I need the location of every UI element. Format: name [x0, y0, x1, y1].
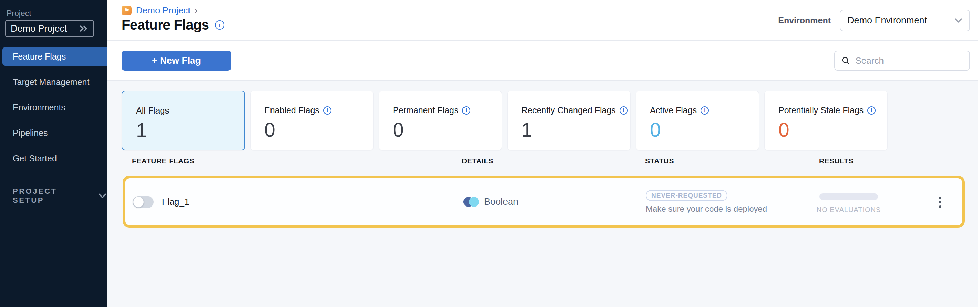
sidebar-divider — [13, 178, 92, 178]
environment-group: Environment Demo Environment — [778, 0, 970, 41]
new-flag-button[interactable]: + New Flag — [122, 51, 231, 71]
column-header-feature-flags: FEATURE FLAGS — [132, 157, 194, 165]
stat-label: Recently Changed Flags — [521, 105, 616, 115]
page-title-row: Feature Flags — [122, 17, 224, 33]
flag-status: NEVER-REQUESTED Make sure your code is d… — [646, 190, 767, 214]
column-header-results: RESULTS — [819, 157, 854, 165]
stat-card-active-flags[interactable]: Active Flags 0 — [636, 90, 759, 150]
environment-label: Environment — [778, 16, 831, 25]
flag-type: Boolean — [463, 178, 518, 225]
page-header: Demo Project › Feature Flags Environment… — [107, 0, 980, 41]
sidebar-item-label: Feature Flags — [13, 52, 66, 62]
stat-value: 0 — [393, 119, 502, 141]
scrollbar[interactable] — [978, 0, 980, 307]
info-icon[interactable] — [215, 20, 224, 30]
stat-label: Permanent Flags — [393, 105, 458, 115]
sidebar-item-target-management[interactable]: Target Management — [0, 73, 107, 91]
sidebar-item-environments[interactable]: Environments — [0, 98, 107, 117]
sidebar-item-label: Environments — [13, 103, 65, 112]
info-icon[interactable] — [700, 106, 709, 115]
expand-sidebar-icon[interactable] — [79, 24, 89, 33]
page-title: Feature Flags — [122, 17, 209, 33]
info-icon[interactable] — [867, 106, 876, 115]
sidebar-item-label: Get Started — [13, 154, 57, 163]
sidebar: Project Demo Project Feature Flags Targe… — [0, 0, 107, 307]
column-header-status: STATUS — [645, 157, 674, 165]
project-label: Project — [6, 9, 31, 18]
toolbar: + New Flag — [107, 41, 980, 81]
flag-toggle[interactable] — [133, 196, 154, 208]
stat-card-potentially-stale-flags[interactable]: Potentially Stale Flags 0 — [764, 90, 888, 150]
stat-label: Potentially Stale Flags — [778, 105, 864, 115]
flag-results: NO EVALUATIONS — [819, 193, 878, 214]
project-setup-section[interactable]: PROJECT SETUP — [13, 190, 107, 202]
boolean-type-icon — [463, 197, 479, 207]
sidebar-item-get-started[interactable]: Get Started — [0, 149, 107, 168]
stat-card-all-flags[interactable]: All Flags 1 — [122, 90, 245, 150]
info-icon[interactable] — [462, 106, 470, 115]
stat-label: Active Flags — [650, 105, 697, 115]
chevron-down-icon — [98, 193, 107, 199]
info-icon[interactable] — [620, 106, 628, 115]
sidebar-item-feature-flags[interactable]: Feature Flags — [2, 47, 107, 66]
table-row-flag-1[interactable]: Flag_1 Boolean NEVER-REQUESTED Make sure… — [123, 176, 965, 228]
stat-label: Enabled Flags — [264, 105, 320, 115]
flag-name[interactable]: Flag_1 — [162, 178, 189, 225]
stat-label: All Flags — [136, 106, 169, 116]
project-selector[interactable]: Demo Project — [5, 20, 94, 37]
search-icon — [841, 55, 850, 66]
project-flag-icon — [122, 5, 132, 16]
stat-card-recently-changed-flags[interactable]: Recently Changed Flags 1 — [507, 90, 631, 150]
sidebar-item-pipelines[interactable]: Pipelines — [0, 123, 107, 142]
sidebar-item-label: Pipelines — [13, 128, 48, 138]
stat-value: 1 — [521, 119, 630, 141]
main-area: Demo Project › Feature Flags Environment… — [107, 0, 980, 307]
toggle-thumb — [133, 196, 144, 207]
content-area: All Flags 1 Enabled Flags 0 Permanent Fl… — [107, 81, 980, 307]
flag-type-label: Boolean — [484, 196, 518, 207]
search-box[interactable] — [834, 51, 970, 71]
project-name: Demo Project — [11, 24, 67, 34]
stat-card-enabled-flags[interactable]: Enabled Flags 0 — [250, 90, 374, 150]
stat-card-permanent-flags[interactable]: Permanent Flags 0 — [379, 90, 502, 150]
environment-value: Demo Environment — [847, 15, 927, 26]
project-setup-label: PROJECT SETUP — [13, 187, 88, 205]
stat-value: 0 — [778, 119, 887, 141]
evaluations-bar — [819, 193, 878, 200]
info-icon[interactable] — [323, 106, 331, 115]
breadcrumb: Demo Project › — [122, 5, 198, 16]
chevron-down-icon — [954, 18, 963, 23]
row-menu-button[interactable] — [933, 195, 947, 209]
chevron-right-icon: › — [195, 5, 198, 16]
stats-cards: All Flags 1 Enabled Flags 0 Permanent Fl… — [122, 90, 888, 150]
search-input[interactable] — [855, 55, 963, 66]
status-badge: NEVER-REQUESTED — [646, 190, 727, 201]
status-text: Make sure your code is deployed — [646, 204, 767, 214]
sidebar-item-label: Target Management — [13, 77, 89, 87]
evaluations-label: NO EVALUATIONS — [817, 206, 881, 214]
feature-flags-page: Project Demo Project Feature Flags Targe… — [0, 0, 980, 307]
sidebar-nav: Feature Flags Target Management Environm… — [0, 47, 107, 174]
stat-value: 0 — [650, 119, 759, 141]
column-header-details: DETAILS — [462, 157, 493, 165]
environment-select[interactable]: Demo Environment — [840, 9, 970, 31]
stat-value: 0 — [264, 119, 373, 141]
breadcrumb-link-demo-project[interactable]: Demo Project — [136, 5, 191, 16]
stat-value: 1 — [136, 119, 244, 141]
